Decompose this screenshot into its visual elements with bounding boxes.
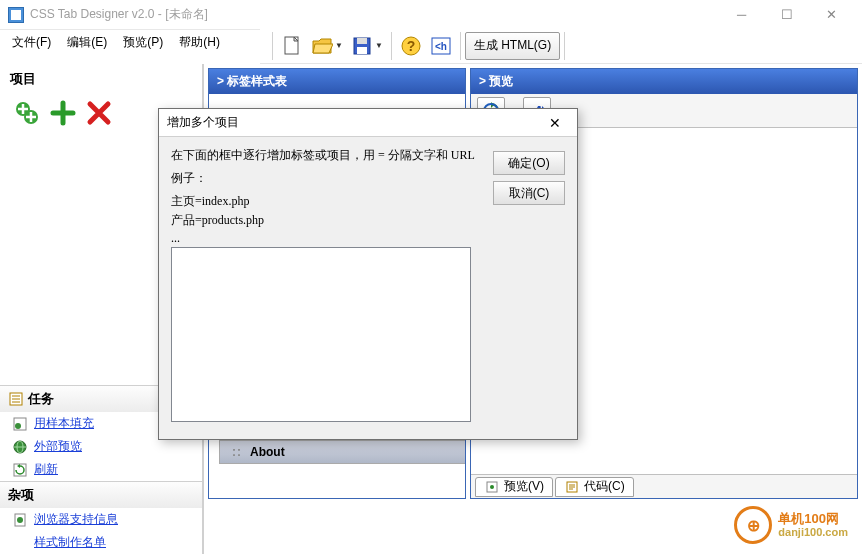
tasks-icon [8, 391, 24, 407]
window-controls: ─ ☐ ✕ [719, 1, 854, 29]
dialog-cancel-button[interactable]: 取消(C) [493, 181, 565, 205]
preview-panel-header: > 预览 [471, 69, 857, 94]
task-style-credits[interactable]: 样式制作名单 [0, 531, 202, 554]
preview-tab-icon [484, 479, 500, 495]
task-browser-support[interactable]: 浏览器支持信息 [0, 508, 202, 531]
dialog-example-2: 产品=products.php [171, 212, 565, 229]
help-button[interactable]: ? [396, 31, 426, 61]
open-dropdown-icon[interactable]: ▼ [335, 41, 343, 50]
window-title: CSS Tab Designer v2.0 - [未命名] [30, 6, 719, 23]
help-icon: ? [400, 35, 422, 57]
code-icon: <h [430, 35, 452, 57]
maximize-button[interactable]: ☐ [764, 1, 809, 29]
tab-code[interactable]: 代码(C) [555, 477, 634, 497]
refresh-icon [12, 462, 28, 478]
task-style-credits-label: 样式制作名单 [34, 534, 106, 551]
preview-bottom-tabs: 预览(V) 代码(C) [471, 474, 857, 498]
save-button[interactable] [347, 31, 377, 61]
titlebar: CSS Tab Designer v2.0 - [未命名] ─ ☐ ✕ [0, 0, 862, 30]
task-fill-sample-label: 用样本填充 [34, 415, 94, 432]
task-refresh-label: 刷新 [34, 461, 58, 478]
dialog-close-button[interactable]: ✕ [541, 112, 569, 134]
main-toolbar: ▼ ▼ ? <h 生成 HTML(G) [260, 28, 862, 64]
designer-tab-about[interactable]: :: About [219, 440, 465, 464]
app-icon [8, 7, 24, 23]
watermark-logo-icon: ⊕ [734, 506, 772, 544]
tab-preview[interactable]: 预览(V) [475, 477, 553, 497]
watermark: ⊕ 单机100网 danji100.com [734, 506, 848, 544]
fill-sample-icon [12, 416, 28, 432]
code-view-button[interactable]: <h [426, 31, 456, 61]
task-external-preview-label: 外部预览 [34, 438, 82, 455]
watermark-text: 单机100网 danji100.com [778, 511, 848, 540]
style-sheet-panel-header: > 标签样式表 [209, 69, 465, 94]
code-tab-icon [564, 479, 580, 495]
generate-label: 生成 HTML(G) [474, 37, 551, 54]
plus-icon [49, 99, 77, 127]
delete-item-button[interactable] [82, 96, 116, 130]
svg-point-20 [490, 485, 494, 489]
dialog-example-3: ... [171, 231, 565, 246]
misc-header: 杂项 [0, 482, 202, 508]
menu-preview[interactable]: 预览(P) [115, 31, 171, 54]
menu-edit[interactable]: 编辑(E) [59, 31, 115, 54]
info-page-icon [12, 512, 28, 528]
plus-multi-icon [13, 99, 41, 127]
dialog-input-textarea[interactable] [171, 247, 471, 422]
misc-section: 杂项 浏览器支持信息 样式制作名单 [0, 481, 202, 554]
save-dropdown-icon[interactable]: ▼ [375, 41, 383, 50]
menu-help[interactable]: 帮助(H) [171, 31, 228, 54]
dialog-title-text: 增加多个项目 [167, 114, 541, 131]
svg-rect-2 [357, 38, 367, 44]
task-browser-support-label: 浏览器支持信息 [34, 511, 118, 528]
svg-rect-3 [357, 47, 367, 54]
task-refresh[interactable]: 刷新 [0, 458, 202, 481]
new-file-icon [281, 35, 303, 57]
delete-x-icon [85, 99, 113, 127]
menu-file[interactable]: 文件(F) [4, 31, 59, 54]
svg-point-12 [15, 423, 21, 429]
add-multiple-button[interactable] [10, 96, 44, 130]
dialog-ok-button[interactable]: 确定(O) [493, 151, 565, 175]
grip-icon: :: [232, 445, 242, 459]
svg-point-17 [17, 517, 23, 523]
open-file-button[interactable] [307, 31, 337, 61]
add-item-button[interactable] [46, 96, 80, 130]
dialog-titlebar: 增加多个项目 ✕ [159, 109, 577, 137]
dialog-body: 在下面的框中逐行增加标签或项目，用 = 分隔文字和 URL 例子： 主页=ind… [159, 137, 577, 439]
globe-icon [12, 439, 28, 455]
minimize-button[interactable]: ─ [719, 1, 764, 29]
project-header: 项目 [0, 64, 202, 94]
generate-html-button[interactable]: 生成 HTML(G) [465, 32, 560, 60]
save-icon [351, 35, 373, 57]
folder-open-icon [311, 35, 333, 57]
svg-text:<h: <h [435, 41, 447, 52]
close-button[interactable]: ✕ [809, 1, 854, 29]
svg-text:?: ? [407, 38, 416, 54]
add-multiple-dialog: 增加多个项目 ✕ 在下面的框中逐行增加标签或项目，用 = 分隔文字和 URL 例… [158, 108, 578, 440]
new-file-button[interactable] [277, 31, 307, 61]
